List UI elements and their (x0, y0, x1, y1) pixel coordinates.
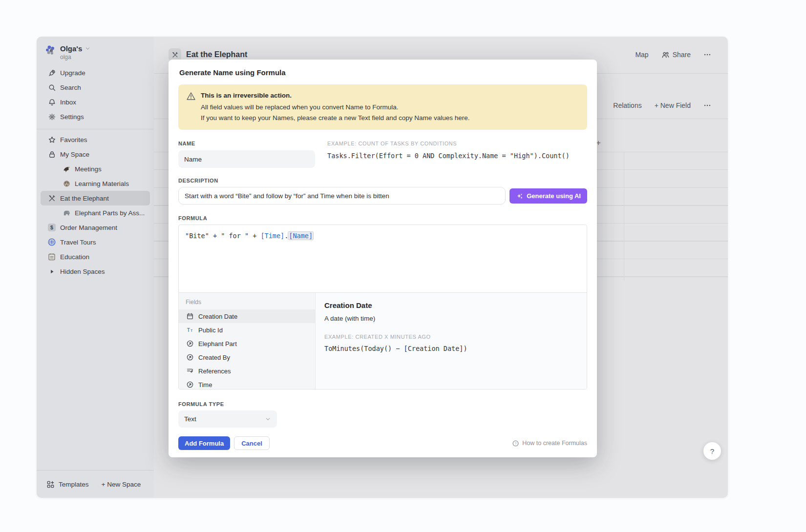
formula-label: FORMULA (178, 215, 587, 221)
field-detail-subtitle: A date (with time) (324, 315, 578, 322)
calendar-icon (186, 312, 194, 321)
generate-ai-button[interactable]: Generate using AI (509, 188, 587, 204)
field-item-label: Time (198, 381, 212, 389)
example-code: Tasks.Filter(Effort = 0 AND Complexity.N… (327, 152, 570, 160)
field-item-created-by[interactable]: Created By (179, 350, 315, 364)
field-item-time[interactable]: Time (179, 378, 315, 389)
cancel-button[interactable]: Cancel (234, 436, 270, 450)
app-window: Olga's olga Upgrade Search (37, 37, 728, 498)
formula-token-time: [Time] (260, 232, 284, 240)
description-label: DESCRIPTION (178, 178, 587, 184)
field-detail-title: Creation Date (324, 301, 578, 309)
formula-type-select[interactable]: Text (178, 410, 277, 428)
generate-ai-label: Generate using AI (527, 192, 581, 200)
warning-line-2: If you want to keep your Names, please c… (201, 113, 470, 123)
generate-formula-dialog: Generate Name using Formula This is an i… (169, 60, 597, 457)
field-item-label: Public Id (198, 327, 223, 334)
help-fab-button[interactable]: ? (703, 442, 721, 460)
warning-triangle-icon (186, 91, 196, 123)
relation-icon (186, 381, 194, 389)
references-icon (186, 367, 194, 375)
field-item-references[interactable]: References (179, 364, 315, 378)
warning-heading: This is an irreversible action. (201, 91, 470, 101)
fields-panel: Fields Creation Date TT Public Id (179, 292, 587, 389)
question-circle-icon: ? (512, 440, 519, 447)
name-input[interactable] (178, 150, 315, 168)
relation-icon (186, 340, 194, 348)
formula-token-name: [Name] (288, 232, 313, 240)
field-detail-panel: Creation Date A date (with time) EXAMPLE… (316, 293, 587, 389)
field-example-code: ToMinutes(Today() − [Creation Date]) (324, 345, 578, 352)
formula-type-label: FORMULA TYPE (178, 401, 587, 407)
add-formula-button[interactable]: Add Formula (178, 436, 230, 450)
fields-list: Fields Creation Date TT Public Id (179, 293, 316, 389)
sparkles-icon (516, 192, 523, 200)
field-example-label: EXAMPLE: CREATED X MINUTES AGO (324, 334, 578, 340)
chevron-down-icon (265, 416, 271, 422)
formula-type-value: Text (184, 415, 196, 423)
help-link-label: How to create Formulas (522, 440, 587, 447)
fields-list-label: Fields (179, 297, 315, 309)
field-item-label: Elephant Part (198, 340, 237, 348)
field-item-creation-date[interactable]: Creation Date (179, 309, 315, 323)
question-mark-icon: ? (710, 447, 714, 455)
formula-editor[interactable]: "Bite" + " for " + [Time].[Name] (179, 225, 587, 292)
field-item-label: Created By (198, 354, 230, 361)
text-field-icon: TT (186, 326, 194, 334)
field-item-public-id[interactable]: TT Public Id (179, 323, 315, 337)
warning-banner: This is an irreversible action. All fiel… (178, 84, 587, 130)
how-to-create-formulas-link[interactable]: ? How to create Formulas (512, 440, 587, 447)
description-input[interactable] (178, 187, 506, 205)
svg-text:T: T (190, 329, 192, 333)
name-label: NAME (178, 141, 315, 146)
formula-box: "Bite" + " for " + [Time].[Name] Fields … (178, 225, 587, 389)
dialog-title: Generate Name using Formula (179, 68, 587, 77)
warning-line-1: All field values will be replaced when y… (201, 102, 470, 113)
svg-text:T: T (187, 327, 190, 333)
relation-icon (186, 353, 194, 362)
field-item-label: Creation Date (198, 313, 237, 320)
svg-text:?: ? (515, 442, 517, 446)
formula-code-prefix: "Bite" + " for " + (185, 232, 260, 240)
field-item-elephant-part[interactable]: Elephant Part (179, 337, 315, 350)
field-item-label: References (198, 368, 231, 375)
example-label: EXAMPLE: COUNT OF TASKS BY CONDITIONS (327, 141, 570, 146)
